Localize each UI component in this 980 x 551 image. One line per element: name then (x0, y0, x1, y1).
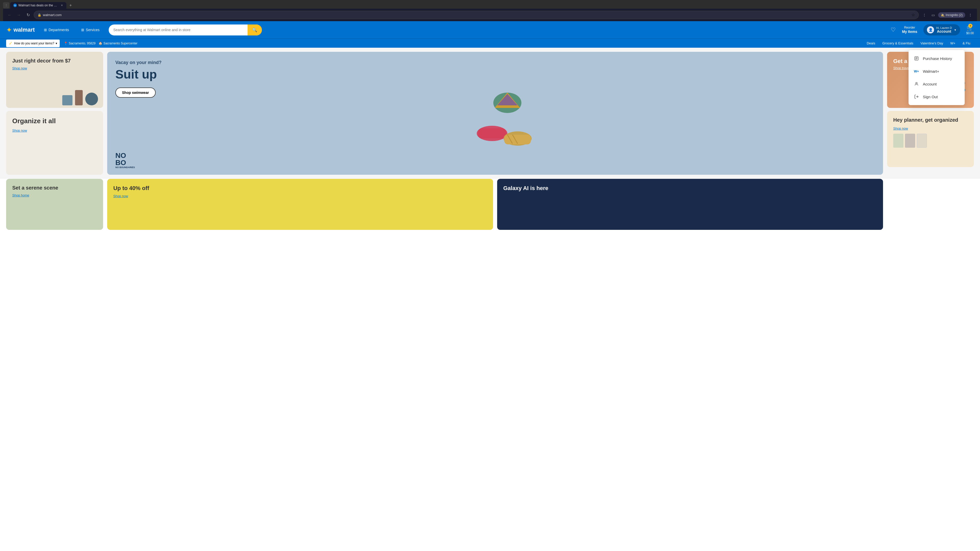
departments-label: Departments (48, 28, 69, 32)
account-person-icon (914, 81, 919, 87)
walmart-header: ✦ walmart ⊞ Departments ⊞ Services 🔍 ♡ R… (0, 21, 980, 38)
off-card[interactable]: Up to 40% off Shop now (107, 179, 493, 230)
purchase-history-icon (914, 56, 919, 61)
sidebar-button[interactable]: ▭ (929, 11, 937, 19)
nobo-subtext: NO BOUNDARIES (115, 166, 135, 168)
reorder-line1: Reorder (904, 26, 915, 29)
organized-title: Hey planner, get organized (893, 117, 968, 123)
chevron-down-icon: ▼ (954, 29, 956, 32)
account-dropdown-label: Account (923, 82, 937, 86)
header-middle: 🔍 (109, 24, 885, 35)
svg-point-13 (916, 83, 917, 84)
search-icon: 🔍 (252, 27, 257, 32)
active-tab[interactable]: W Walmart has deals on the most... × (10, 2, 66, 9)
toolbar-actions: ⋮ ▭ 🕵 Incognito (2) ⋮ (921, 11, 974, 19)
galaxy-title: Galaxy AI is here (503, 185, 877, 192)
decor-shop-link[interactable]: Shop now (12, 66, 27, 70)
nobo-text: NOBO (115, 151, 126, 167)
main-content: Just right decor from $7 Shop now Organi… (0, 48, 980, 179)
galaxy-card[interactable]: Galaxy AI is here (497, 179, 883, 230)
organize-card[interactable]: Organize it all Shop now (6, 111, 103, 175)
store-icon: 🏠 (99, 41, 102, 45)
tab-group-button[interactable]: ⋮ (3, 2, 9, 8)
organize-shop-link[interactable]: Shop now (12, 129, 27, 132)
shop-swimwear-button[interactable]: Shop swimwear (115, 87, 156, 98)
nav-flu[interactable]: & Flu (959, 39, 974, 48)
scene-card[interactable]: Set a serene scene Shop home (6, 179, 103, 230)
location-info: 📍 Sacramento, 95829 🏠 Sacramento Superce… (64, 40, 137, 47)
nav-valentines[interactable]: Valentine's Day (917, 39, 947, 48)
bookmark-icon[interactable]: ☆ (912, 13, 915, 17)
services-button[interactable]: ⊞ Services (78, 26, 103, 34)
extensions-button[interactable]: ⋮ (921, 11, 928, 19)
decor-title: Just right decor from $7 (12, 58, 97, 64)
cart-button[interactable]: 🛒 0 $0.00 (966, 25, 974, 35)
delivery-circle-icon: ✓ (9, 41, 13, 46)
new-tab-button[interactable]: + (67, 2, 74, 9)
services-label: Services (86, 28, 100, 32)
travel-shop-link[interactable]: Shop travel (893, 66, 910, 70)
back-button[interactable]: ← (6, 11, 13, 19)
spark-icon: ✦ (6, 26, 12, 34)
sign-out-icon (914, 94, 919, 100)
left-column: Just right decor from $7 Shop now Organi… (6, 52, 103, 175)
organized-shop-link[interactable]: Shop now (893, 127, 908, 130)
nav-walmart-plus[interactable]: W+ (947, 39, 959, 48)
nav-links: Deals Grocery & Essentials Valentine's D… (863, 39, 974, 48)
purchase-history-label: Purchase History (923, 56, 952, 61)
account-button[interactable]: 👤 Hi, Lauren D Account ▼ (923, 24, 960, 35)
walmart-logo[interactable]: ✦ walmart (6, 26, 35, 34)
decor-card[interactable]: Just right decor from $7 Shop now (6, 52, 103, 108)
nav-deals[interactable]: Deals (863, 39, 879, 48)
incognito-label: Incognito (2) (945, 13, 963, 17)
tab-title: Walmart has deals on the most... (18, 3, 59, 7)
tab-favicon: W (13, 3, 17, 7)
walmart-page: ✦ walmart ⊞ Departments ⊞ Services 🔍 ♡ R… (0, 21, 980, 551)
tab-close-button[interactable]: × (60, 3, 63, 7)
account-item[interactable]: Account (908, 78, 965, 90)
sign-out-label: Sign Out (923, 95, 938, 99)
departments-button[interactable]: ⊞ Departments (41, 26, 72, 34)
avatar: 👤 (927, 26, 934, 33)
delivery-label: How do you want your items? (14, 41, 54, 45)
scene-title: Set a serene scene (12, 185, 97, 191)
forward-button[interactable]: → (15, 11, 22, 19)
search-input[interactable] (109, 25, 248, 35)
browser-toolbar: ← → ↻ 🔒 ☆ ⋮ ▭ 🕵 Incognito (2) ⋮ (3, 9, 977, 21)
organize-title: Organize it all (12, 117, 97, 125)
purchase-history-item[interactable]: Purchase History (908, 52, 965, 65)
lock-icon: 🔒 (38, 13, 41, 17)
swimsuit-visual (461, 57, 883, 168)
chevron-down-icon: ▾ (56, 41, 57, 45)
delivery-selector[interactable]: ✓ How do you want your items? ▾ (6, 40, 60, 47)
reorder-line2: My Items (902, 30, 917, 34)
scene-shop-link[interactable]: Shop home (12, 193, 29, 197)
hero-card[interactable]: Vacay on your mind? Suit up Shop swimwea… (107, 52, 883, 175)
more-button[interactable]: ⋮ (967, 11, 974, 19)
wishlist-button[interactable]: ♡ (891, 27, 896, 33)
nav-grocery[interactable]: Grocery & Essentials (879, 39, 917, 48)
organized-card[interactable]: Hey planner, get organized Shop now (887, 111, 974, 167)
refresh-button[interactable]: ↻ (24, 11, 32, 19)
search-bar[interactable]: 🔍 (109, 24, 262, 35)
reorder-button[interactable]: Reorder My Items (902, 26, 917, 34)
bottom-row: Set a serene scene Shop home Up to 40% o… (0, 179, 980, 234)
off-shop-link[interactable]: Shop now (113, 194, 128, 198)
nobo-logo: NOBO NO BOUNDARIES (115, 152, 135, 168)
account-dropdown: Purchase History W+ Walmart+ Account Sig… (908, 50, 965, 105)
walmart-plus-icon: W+ (914, 68, 919, 74)
search-button[interactable]: 🔍 (248, 24, 262, 35)
services-grid-icon: ⊞ (81, 28, 84, 32)
walmart-plus-item[interactable]: W+ Walmart+ (908, 65, 965, 78)
account-label: Account (936, 29, 952, 33)
address-input[interactable] (43, 13, 910, 17)
svg-rect-1 (478, 128, 506, 138)
walmart-logo-text: walmart (14, 27, 35, 33)
departments-grid-icon: ⊞ (44, 28, 47, 32)
address-bar[interactable]: 🔒 ☆ (34, 11, 919, 19)
sign-out-item[interactable]: Sign Out (908, 90, 965, 103)
sub-nav: ✓ How do you want your items? ▾ 📍 Sacram… (0, 38, 980, 48)
off-title: Up to 40% off (113, 185, 487, 192)
incognito-button[interactable]: 🕵 Incognito (2) (938, 12, 965, 18)
cart-price: $0.00 (966, 32, 974, 35)
